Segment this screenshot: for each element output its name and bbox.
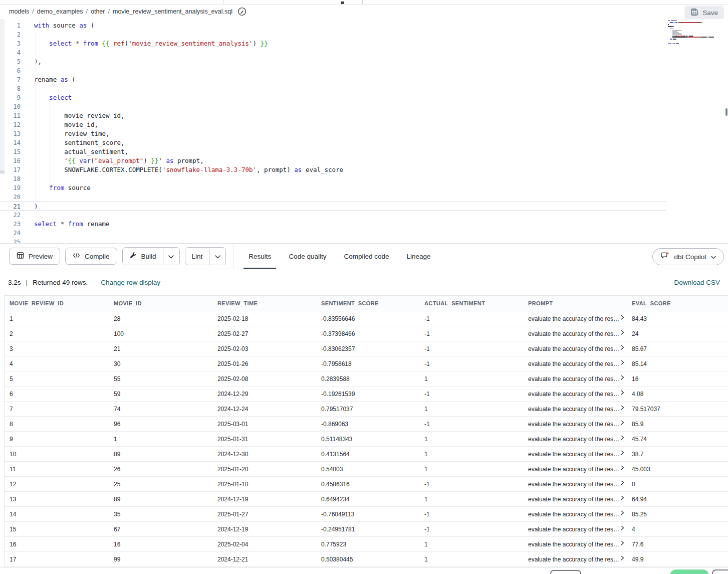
table-row[interactable]: 1282025-02-18-0.83556646-1evaluate the a… <box>5 311 728 326</box>
change-row-display-link[interactable]: Change row display <box>101 279 160 286</box>
table-row[interactable]: 14352025-01-27-0.76049113-1evaluate the … <box>5 507 728 522</box>
cell-prompt[interactable]: evaluate the accuracy of the res… <box>523 481 627 488</box>
tab-code-quality[interactable]: Code quality <box>282 244 333 269</box>
table-row[interactable]: 21002025-02-27-0.37398466-1evaluate the … <box>5 326 728 341</box>
line-number: 6 <box>0 66 21 75</box>
cell-movie-id: 59 <box>109 391 212 398</box>
cell-prompt[interactable]: evaluate the accuracy of the res… <box>523 556 627 563</box>
preview-button[interactable]: Preview <box>9 248 60 265</box>
code-line[interactable]: 17 SNOWFLAKE.CORTEX.COMPLETE('snowflake-… <box>0 165 728 174</box>
table-row[interactable]: 912025-01-310.511483431evaluate the accu… <box>5 432 728 447</box>
code-line[interactable]: 4 <box>0 48 728 57</box>
compile-button[interactable]: Compile <box>65 248 117 265</box>
code-line[interactable]: 15 actual_sentiment, <box>0 147 728 156</box>
editor-scrollbar-thumb[interactable] <box>725 108 727 116</box>
cell-prompt[interactable]: evaluate the accuracy of the res… <box>523 345 627 352</box>
breadcrumb-item[interactable]: other <box>91 8 105 15</box>
table-row[interactable]: 3212025-02-03-0.83062357-1evaluate the a… <box>5 341 728 356</box>
code-line[interactable]: 8 <box>0 84 728 93</box>
table-row[interactable]: 7742024-12-240.795170371evaluate the acc… <box>5 402 728 417</box>
cell-prompt[interactable]: evaluate the accuracy of the res… <box>523 406 627 413</box>
table-row[interactable]: 13892024-12-190.64942341evaluate the acc… <box>5 492 728 507</box>
cell-prompt[interactable]: evaluate the accuracy of the res… <box>523 451 627 458</box>
code-line[interactable]: 7rename as ( <box>0 75 728 84</box>
footer-button-partial[interactable] <box>550 570 581 574</box>
column-header[interactable]: ACTUAL_SENTIMENT <box>419 300 523 306</box>
cell-prompt[interactable]: evaluate the accuracy of the res… <box>523 315 627 322</box>
code-line[interactable]: 2 <box>0 30 728 39</box>
table-row[interactable]: 15672024-12-19-0.24951781-1evaluate the … <box>5 522 728 537</box>
lint-button[interactable]: Lint <box>185 248 209 265</box>
code-line[interactable]: 23select * from rename <box>0 220 728 229</box>
code-line[interactable]: 24 <box>0 229 728 238</box>
table-row[interactable]: 6592024-12-29-0.19261539-1evaluate the a… <box>5 387 728 402</box>
cell-prompt[interactable]: evaluate the accuracy of the res… <box>523 360 627 367</box>
breadcrumb-item[interactable]: movie_review_sentiment_analysis_eval.sql <box>113 8 232 15</box>
cell-prompt[interactable]: evaluate the accuracy of the res… <box>523 466 627 473</box>
column-header[interactable]: MOVIE_REVIEW_ID <box>5 300 109 306</box>
code-text <box>21 193 34 202</box>
table-row[interactable]: 11262025-01-200.540031evaluate the accur… <box>5 462 728 477</box>
cell-sentiment-score: -0.83556646 <box>316 315 419 322</box>
code-line[interactable]: 16 '{{ var("eval_prompt") }}' as prompt, <box>0 156 728 165</box>
table-row[interactable]: 12252025-01-100.4586316-1evaluate the ac… <box>5 477 728 492</box>
cell-actual-sentiment: -1 <box>419 360 523 367</box>
code-line[interactable]: 6 <box>0 66 728 75</box>
cell-prompt[interactable]: evaluate the accuracy of the res… <box>523 496 627 503</box>
footer-green-button-partial[interactable] <box>670 569 709 574</box>
code-line[interactable]: 11 movie_review_id, <box>0 111 728 120</box>
column-header[interactable]: EVAL_SCORE <box>627 300 728 306</box>
minimap[interactable] <box>668 20 724 46</box>
code-line[interactable]: 19 from source <box>0 183 728 193</box>
cell-movie-review-id: 9 <box>5 436 109 443</box>
breadcrumb-item[interactable]: models <box>9 8 29 15</box>
code-line[interactable]: 12 movie_id, <box>0 120 728 129</box>
table-row[interactable]: 4302025-01-26-0.7958618-1evaluate the ac… <box>5 356 728 371</box>
cell-prompt[interactable]: evaluate the accuracy of the res… <box>523 541 627 548</box>
cell-prompt[interactable]: evaluate the accuracy of the res… <box>523 511 627 518</box>
cell-prompt[interactable]: evaluate the accuracy of the res… <box>523 526 627 533</box>
tab-results[interactable]: Results <box>242 244 278 269</box>
column-header[interactable]: SENTIMENT_SCORE <box>316 300 419 306</box>
code-line[interactable]: 3 select * from {{ ref('movie_review_sen… <box>0 39 728 48</box>
tab-compiled-code[interactable]: Compiled code <box>337 244 395 269</box>
cell-prompt[interactable]: evaluate the accuracy of the res… <box>523 421 627 428</box>
code-line[interactable]: 9 select <box>0 93 728 102</box>
code-line[interactable]: 20 <box>0 193 728 202</box>
editor-scrollbar[interactable] <box>725 19 728 243</box>
table-row[interactable]: 10892024-12-300.41315641evaluate the acc… <box>5 447 728 462</box>
code-line[interactable]: 1with source as ( <box>0 21 728 30</box>
sql-editor[interactable]: 1with source as (23 select * from {{ ref… <box>0 19 728 243</box>
results-status-bar: 3.2s | Returned 49 rows. Change row disp… <box>0 269 728 295</box>
code-line[interactable]: 18 <box>0 174 728 183</box>
column-header[interactable]: REVIEW_TIME <box>212 300 316 306</box>
chevron-right-icon <box>621 315 624 320</box>
cell-prompt[interactable]: evaluate the accuracy of the res… <box>523 391 627 398</box>
table-row[interactable]: 5552025-02-080.28395881evaluate the accu… <box>5 371 728 387</box>
table-row[interactable]: 16162025-02-040.7759231evaluate the accu… <box>5 537 728 552</box>
code-line[interactable]: 21) <box>0 202 666 211</box>
tab-lineage[interactable]: Lineage <box>400 244 437 269</box>
table-row[interactable]: 17992024-12-210.503804451evaluate the ac… <box>5 552 728 567</box>
footer-button-partial[interactable] <box>712 569 728 574</box>
copilot-edit-icon[interactable] <box>237 7 247 16</box>
breadcrumb-item[interactable]: demo_examples <box>37 8 83 15</box>
dbt-copilot-button[interactable]: dbt Copilot <box>652 248 724 265</box>
code-line[interactable]: 13 review_time, <box>0 129 728 138</box>
cell-prompt[interactable]: evaluate the accuracy of the res… <box>523 375 627 382</box>
download-csv-link[interactable]: Download CSV <box>674 279 720 286</box>
code-line[interactable]: 22 <box>0 211 728 220</box>
cell-prompt[interactable]: evaluate the accuracy of the res… <box>523 436 627 443</box>
lint-dropdown-button[interactable] <box>209 248 225 265</box>
code-line[interactable]: 5), <box>0 57 728 66</box>
table-row[interactable]: 8962025-03-01-0.869063-1evaluate the acc… <box>5 417 728 432</box>
code-line[interactable]: 25 <box>0 238 728 243</box>
cell-prompt[interactable]: evaluate the accuracy of the res… <box>523 330 627 337</box>
build-button[interactable]: Build <box>123 248 163 265</box>
column-header[interactable]: MOVIE_ID <box>109 300 212 306</box>
save-button[interactable]: Save <box>684 6 724 20</box>
build-dropdown-button[interactable] <box>163 248 179 265</box>
column-header[interactable]: PROMPT <box>523 300 627 306</box>
code-line[interactable]: 14 sentiment_score, <box>0 138 728 147</box>
code-line[interactable]: 10 <box>0 102 728 111</box>
